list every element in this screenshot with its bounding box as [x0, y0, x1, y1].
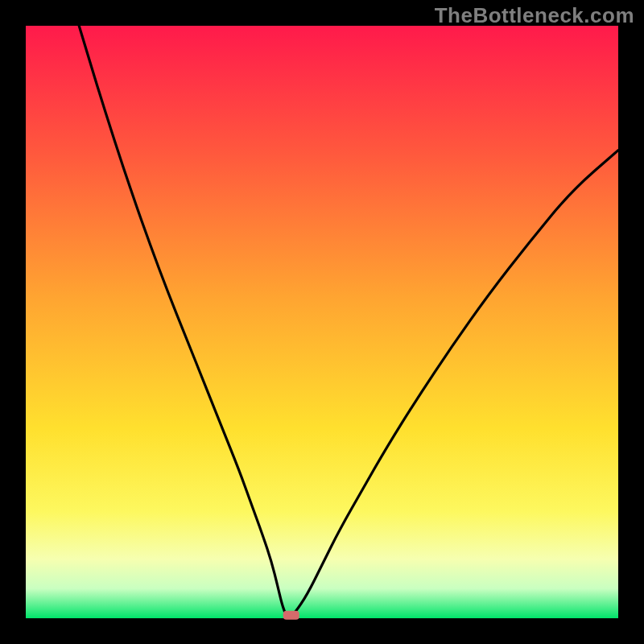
watermark-text: TheBottleneck.com	[435, 3, 634, 28]
plot-background	[26, 26, 618, 618]
valley-marker	[283, 611, 299, 620]
bottleneck-chart	[0, 0, 644, 644]
chart-root: TheBottleneck.com	[0, 0, 644, 644]
